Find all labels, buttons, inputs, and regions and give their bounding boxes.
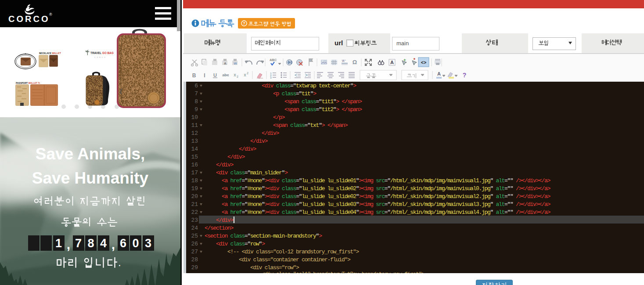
svg-text:U: U xyxy=(213,72,217,78)
svg-text:*: * xyxy=(414,57,416,62)
svg-text:3: 3 xyxy=(270,76,272,79)
svg-text:A: A xyxy=(342,59,345,63)
svg-text:.: . xyxy=(118,256,121,268)
svg-text:+: + xyxy=(403,58,406,62)
svg-text:W: W xyxy=(234,61,237,65)
svg-text:A: A xyxy=(390,60,394,65)
svg-text:?: ? xyxy=(463,72,467,79)
svg-text:ABC: ABC xyxy=(270,58,277,62)
svg-text:<>: <> xyxy=(421,60,427,65)
svg-text:x: x xyxy=(234,72,236,77)
svg-text:A: A xyxy=(224,61,227,65)
svg-text:A: A xyxy=(437,71,441,76)
svg-text:B: B xyxy=(192,72,196,79)
svg-text:2: 2 xyxy=(237,75,238,78)
svg-text:2: 2 xyxy=(247,72,248,75)
svg-text:x: x xyxy=(244,72,246,77)
svg-text:I: I xyxy=(204,72,205,79)
svg-text:Ω: Ω xyxy=(353,59,357,65)
